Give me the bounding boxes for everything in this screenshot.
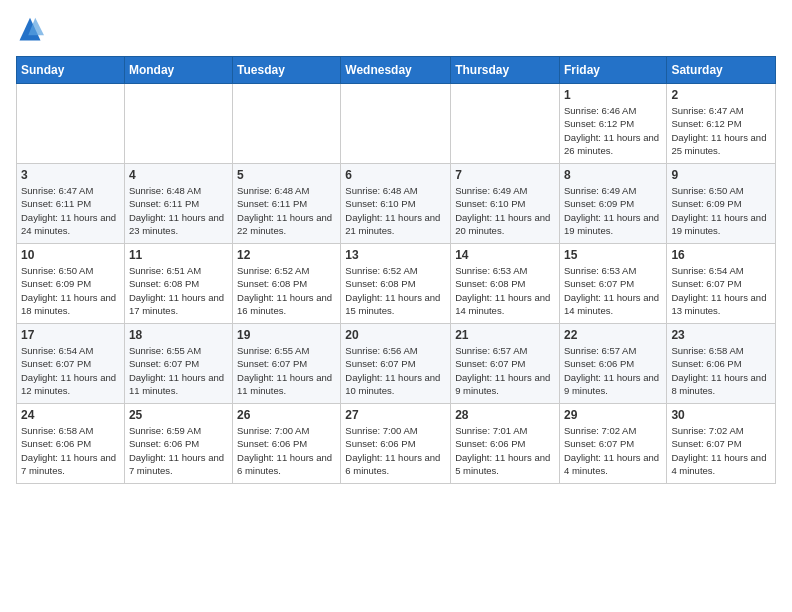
day-cell xyxy=(341,84,451,164)
day-info: Sunrise: 6:52 AM Sunset: 6:08 PM Dayligh… xyxy=(237,264,336,317)
day-cell: 20Sunrise: 6:56 AM Sunset: 6:07 PM Dayli… xyxy=(341,324,451,404)
day-number: 26 xyxy=(237,408,336,422)
day-number: 20 xyxy=(345,328,446,342)
day-number: 10 xyxy=(21,248,120,262)
day-cell: 17Sunrise: 6:54 AM Sunset: 6:07 PM Dayli… xyxy=(17,324,125,404)
day-number: 23 xyxy=(671,328,771,342)
day-number: 13 xyxy=(345,248,446,262)
day-info: Sunrise: 6:59 AM Sunset: 6:06 PM Dayligh… xyxy=(129,424,228,477)
day-number: 3 xyxy=(21,168,120,182)
weekday-header-thursday: Thursday xyxy=(451,57,560,84)
day-cell: 26Sunrise: 7:00 AM Sunset: 6:06 PM Dayli… xyxy=(233,404,341,484)
day-number: 19 xyxy=(237,328,336,342)
day-cell: 2Sunrise: 6:47 AM Sunset: 6:12 PM Daylig… xyxy=(667,84,776,164)
day-number: 25 xyxy=(129,408,228,422)
day-info: Sunrise: 6:58 AM Sunset: 6:06 PM Dayligh… xyxy=(671,344,771,397)
day-cell xyxy=(17,84,125,164)
week-row-2: 3Sunrise: 6:47 AM Sunset: 6:11 PM Daylig… xyxy=(17,164,776,244)
day-info: Sunrise: 6:46 AM Sunset: 6:12 PM Dayligh… xyxy=(564,104,662,157)
day-cell: 7Sunrise: 6:49 AM Sunset: 6:10 PM Daylig… xyxy=(451,164,560,244)
day-number: 18 xyxy=(129,328,228,342)
day-info: Sunrise: 6:53 AM Sunset: 6:07 PM Dayligh… xyxy=(564,264,662,317)
weekday-header-sunday: Sunday xyxy=(17,57,125,84)
day-cell: 8Sunrise: 6:49 AM Sunset: 6:09 PM Daylig… xyxy=(559,164,666,244)
calendar-table: SundayMondayTuesdayWednesdayThursdayFrid… xyxy=(16,56,776,484)
day-number: 8 xyxy=(564,168,662,182)
day-cell: 24Sunrise: 6:58 AM Sunset: 6:06 PM Dayli… xyxy=(17,404,125,484)
day-number: 17 xyxy=(21,328,120,342)
day-cell: 27Sunrise: 7:00 AM Sunset: 6:06 PM Dayli… xyxy=(341,404,451,484)
day-number: 7 xyxy=(455,168,555,182)
day-number: 14 xyxy=(455,248,555,262)
logo xyxy=(16,16,48,44)
day-info: Sunrise: 6:48 AM Sunset: 6:11 PM Dayligh… xyxy=(237,184,336,237)
day-cell: 10Sunrise: 6:50 AM Sunset: 6:09 PM Dayli… xyxy=(17,244,125,324)
day-number: 12 xyxy=(237,248,336,262)
day-info: Sunrise: 6:54 AM Sunset: 6:07 PM Dayligh… xyxy=(21,344,120,397)
day-info: Sunrise: 6:58 AM Sunset: 6:06 PM Dayligh… xyxy=(21,424,120,477)
day-number: 30 xyxy=(671,408,771,422)
day-info: Sunrise: 6:47 AM Sunset: 6:12 PM Dayligh… xyxy=(671,104,771,157)
day-info: Sunrise: 6:49 AM Sunset: 6:10 PM Dayligh… xyxy=(455,184,555,237)
day-cell: 11Sunrise: 6:51 AM Sunset: 6:08 PM Dayli… xyxy=(124,244,232,324)
day-number: 1 xyxy=(564,88,662,102)
day-info: Sunrise: 6:55 AM Sunset: 6:07 PM Dayligh… xyxy=(129,344,228,397)
day-cell: 5Sunrise: 6:48 AM Sunset: 6:11 PM Daylig… xyxy=(233,164,341,244)
day-cell: 28Sunrise: 7:01 AM Sunset: 6:06 PM Dayli… xyxy=(451,404,560,484)
day-cell: 30Sunrise: 7:02 AM Sunset: 6:07 PM Dayli… xyxy=(667,404,776,484)
day-cell: 29Sunrise: 7:02 AM Sunset: 6:07 PM Dayli… xyxy=(559,404,666,484)
week-row-4: 17Sunrise: 6:54 AM Sunset: 6:07 PM Dayli… xyxy=(17,324,776,404)
day-cell: 12Sunrise: 6:52 AM Sunset: 6:08 PM Dayli… xyxy=(233,244,341,324)
day-number: 4 xyxy=(129,168,228,182)
day-info: Sunrise: 6:55 AM Sunset: 6:07 PM Dayligh… xyxy=(237,344,336,397)
weekday-header-friday: Friday xyxy=(559,57,666,84)
day-number: 2 xyxy=(671,88,771,102)
day-info: Sunrise: 6:49 AM Sunset: 6:09 PM Dayligh… xyxy=(564,184,662,237)
day-cell xyxy=(451,84,560,164)
day-number: 9 xyxy=(671,168,771,182)
day-number: 15 xyxy=(564,248,662,262)
day-number: 28 xyxy=(455,408,555,422)
logo-icon xyxy=(16,16,44,44)
day-info: Sunrise: 7:02 AM Sunset: 6:07 PM Dayligh… xyxy=(564,424,662,477)
day-info: Sunrise: 6:52 AM Sunset: 6:08 PM Dayligh… xyxy=(345,264,446,317)
day-number: 11 xyxy=(129,248,228,262)
day-number: 24 xyxy=(21,408,120,422)
day-cell: 21Sunrise: 6:57 AM Sunset: 6:07 PM Dayli… xyxy=(451,324,560,404)
day-cell: 18Sunrise: 6:55 AM Sunset: 6:07 PM Dayli… xyxy=(124,324,232,404)
day-info: Sunrise: 6:51 AM Sunset: 6:08 PM Dayligh… xyxy=(129,264,228,317)
day-cell: 9Sunrise: 6:50 AM Sunset: 6:09 PM Daylig… xyxy=(667,164,776,244)
day-cell: 6Sunrise: 6:48 AM Sunset: 6:10 PM Daylig… xyxy=(341,164,451,244)
day-info: Sunrise: 7:00 AM Sunset: 6:06 PM Dayligh… xyxy=(345,424,446,477)
day-number: 22 xyxy=(564,328,662,342)
day-cell: 1Sunrise: 6:46 AM Sunset: 6:12 PM Daylig… xyxy=(559,84,666,164)
page-header xyxy=(16,16,776,44)
day-info: Sunrise: 6:56 AM Sunset: 6:07 PM Dayligh… xyxy=(345,344,446,397)
day-number: 16 xyxy=(671,248,771,262)
day-cell: 19Sunrise: 6:55 AM Sunset: 6:07 PM Dayli… xyxy=(233,324,341,404)
day-cell: 25Sunrise: 6:59 AM Sunset: 6:06 PM Dayli… xyxy=(124,404,232,484)
day-info: Sunrise: 6:50 AM Sunset: 6:09 PM Dayligh… xyxy=(671,184,771,237)
day-cell: 22Sunrise: 6:57 AM Sunset: 6:06 PM Dayli… xyxy=(559,324,666,404)
day-cell: 13Sunrise: 6:52 AM Sunset: 6:08 PM Dayli… xyxy=(341,244,451,324)
day-info: Sunrise: 6:50 AM Sunset: 6:09 PM Dayligh… xyxy=(21,264,120,317)
day-cell: 4Sunrise: 6:48 AM Sunset: 6:11 PM Daylig… xyxy=(124,164,232,244)
day-cell xyxy=(124,84,232,164)
day-cell: 3Sunrise: 6:47 AM Sunset: 6:11 PM Daylig… xyxy=(17,164,125,244)
day-number: 6 xyxy=(345,168,446,182)
day-info: Sunrise: 6:57 AM Sunset: 6:06 PM Dayligh… xyxy=(564,344,662,397)
day-info: Sunrise: 7:00 AM Sunset: 6:06 PM Dayligh… xyxy=(237,424,336,477)
weekday-header-monday: Monday xyxy=(124,57,232,84)
weekday-header-row: SundayMondayTuesdayWednesdayThursdayFrid… xyxy=(17,57,776,84)
weekday-header-saturday: Saturday xyxy=(667,57,776,84)
day-cell: 15Sunrise: 6:53 AM Sunset: 6:07 PM Dayli… xyxy=(559,244,666,324)
week-row-1: 1Sunrise: 6:46 AM Sunset: 6:12 PM Daylig… xyxy=(17,84,776,164)
day-cell: 16Sunrise: 6:54 AM Sunset: 6:07 PM Dayli… xyxy=(667,244,776,324)
day-cell: 23Sunrise: 6:58 AM Sunset: 6:06 PM Dayli… xyxy=(667,324,776,404)
day-info: Sunrise: 6:47 AM Sunset: 6:11 PM Dayligh… xyxy=(21,184,120,237)
day-cell xyxy=(233,84,341,164)
weekday-header-tuesday: Tuesday xyxy=(233,57,341,84)
day-info: Sunrise: 7:02 AM Sunset: 6:07 PM Dayligh… xyxy=(671,424,771,477)
weekday-header-wednesday: Wednesday xyxy=(341,57,451,84)
day-info: Sunrise: 6:48 AM Sunset: 6:10 PM Dayligh… xyxy=(345,184,446,237)
